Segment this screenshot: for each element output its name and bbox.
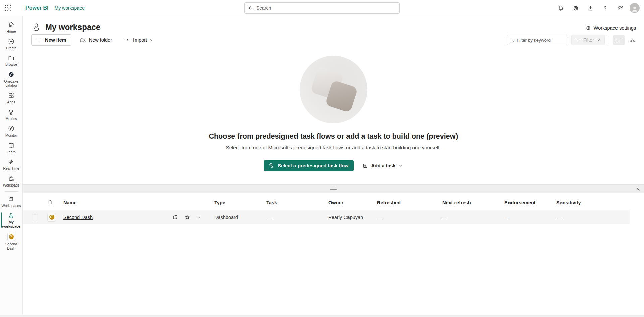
sidebar-item-apps[interactable]: Apps <box>0 90 22 106</box>
table-row[interactable]: Second Dash <box>23 210 630 224</box>
sidebar-item-label: Monitor <box>1 133 21 138</box>
row-hover-actions <box>171 214 203 221</box>
global-search-box[interactable] <box>244 2 400 14</box>
person-icon <box>8 212 15 219</box>
sidebar-item-workspaces[interactable]: Workspaces <box>0 193 22 210</box>
powerbi-logo[interactable]: Power BI <box>25 5 48 11</box>
cell-task: — <box>266 215 328 220</box>
workspace-toolbar: New item New folder Import <box>31 34 638 46</box>
help-icon[interactable] <box>598 0 612 16</box>
cell-owner: Pearly Capuyan <box>328 215 377 220</box>
share-icon[interactable] <box>171 214 179 221</box>
taskflow-icon <box>269 163 275 169</box>
column-header-name[interactable]: Name <box>63 200 214 205</box>
empty-state-actions: Select a predesigned task flow Add a tas… <box>23 160 644 171</box>
lineage-view-button[interactable] <box>627 35 638 45</box>
column-header-refreshed[interactable]: Refreshed <box>377 200 442 205</box>
row-checkbox[interactable] <box>35 214 35 220</box>
sidebar-item-home[interactable]: Home <box>0 19 22 36</box>
download-icon[interactable] <box>583 0 598 16</box>
workspace-header: My workspace <box>31 22 100 32</box>
column-header-endorsement[interactable]: Endorsement <box>504 200 556 205</box>
sidebar-item-label: Workspaces <box>1 204 21 208</box>
plus-square-icon <box>362 163 368 169</box>
new-folder-label: New folder <box>89 37 112 43</box>
breadcrumb[interactable]: My workspace <box>54 5 84 11</box>
new-item-button[interactable]: New item <box>31 34 71 46</box>
sidebar-item-real-time[interactable]: Real-Time <box>0 156 22 173</box>
column-header-task[interactable]: Task <box>266 200 328 205</box>
topbar-actions <box>553 0 642 16</box>
lineage-view-icon <box>629 37 635 43</box>
toolbar-right-group: Filter <box>507 35 638 45</box>
column-header-next-refresh[interactable]: Next refresh <box>442 200 504 205</box>
sidebar-item-label: Create <box>1 46 21 50</box>
sidebar-item-learn[interactable]: Learn <box>0 140 22 156</box>
sidebar-item-my-workspace[interactable]: My workspace <box>0 210 22 230</box>
toolbar-divider <box>609 36 609 44</box>
column-header-sensitivity[interactable]: Sensitivity <box>556 200 644 205</box>
sidebar-item-metrics[interactable]: Metrics <box>0 106 22 123</box>
search-input[interactable] <box>256 5 396 11</box>
dashboard-item-icon <box>47 213 56 222</box>
filter-label: Filter <box>583 37 594 43</box>
cell-sensitivity: — <box>556 215 630 220</box>
list-view-icon <box>616 37 622 43</box>
chevron-down-icon <box>596 38 600 42</box>
collapse-panel-button[interactable] <box>636 186 641 193</box>
plus-circle-icon <box>8 38 15 45</box>
new-folder-button[interactable]: New folder <box>76 34 116 46</box>
notifications-bell-icon[interactable] <box>553 0 568 16</box>
app-launcher-waffle-icon[interactable] <box>0 0 15 16</box>
primary-button-label: Select a predesigned task flow <box>278 163 348 168</box>
sidebar-item-label: Home <box>1 29 21 34</box>
workspaces-stack-icon <box>8 196 15 203</box>
apps-icon <box>8 92 15 99</box>
sidebar-item-workloads[interactable]: Workloads <box>0 173 22 190</box>
splitter-band <box>23 184 644 193</box>
list-view-button[interactable] <box>613 35 625 45</box>
more-options-icon[interactable] <box>196 214 203 221</box>
sidebar-item-browse[interactable]: Browse <box>0 52 22 69</box>
favorite-star-icon[interactable] <box>183 214 191 221</box>
folder-plus-icon <box>80 37 86 43</box>
add-task-label: Add a task <box>371 163 395 168</box>
bag-plus-icon <box>8 175 15 182</box>
account-avatar[interactable] <box>627 0 642 16</box>
home-icon <box>8 21 15 28</box>
sidebar-item-label: My workspace <box>1 220 21 228</box>
compass-icon <box>8 125 15 132</box>
filter-keyword-box[interactable] <box>507 35 567 45</box>
document-type-column-icon <box>47 199 63 206</box>
search-icon <box>248 5 254 11</box>
add-a-task-button[interactable]: Add a task <box>362 160 403 171</box>
workspace-settings-button[interactable]: Workspace settings <box>585 25 636 31</box>
settings-gear-icon[interactable] <box>568 0 583 16</box>
empty-state-heading: Choose from predesigned task flows or ad… <box>23 132 644 141</box>
sidebar-item-onelake-catalog[interactable]: OneLake catalog <box>0 69 22 90</box>
sidebar-divider <box>5 191 18 192</box>
chevron-down-icon <box>398 163 403 168</box>
filter-keyword-input[interactable] <box>517 38 564 43</box>
workspace-person-icon <box>31 22 41 32</box>
sidebar-item-monitor[interactable]: Monitor <box>0 123 22 140</box>
sidebar-item-label: Second Dash <box>1 242 21 250</box>
lightning-icon <box>8 158 15 165</box>
feedback-icon[interactable] <box>612 0 627 16</box>
import-button[interactable]: Import <box>120 34 157 46</box>
column-header-type[interactable]: Type <box>214 200 266 205</box>
cell-type: Dashboard <box>214 215 266 220</box>
item-name-link[interactable]: Second Dash <box>63 215 93 220</box>
bottom-scrollbar-track[interactable] <box>0 315 644 317</box>
filter-icon <box>576 37 581 43</box>
top-app-bar: Power BI My workspace <box>0 0 644 16</box>
filter-button-disabled[interactable]: Filter <box>571 35 605 45</box>
column-header-owner[interactable]: Owner <box>328 200 377 205</box>
sidebar-item-create[interactable]: Create <box>0 36 22 52</box>
import-icon <box>124 37 130 43</box>
select-predesigned-taskflow-button[interactable]: Select a predesigned task flow <box>264 160 354 171</box>
splitter-drag-handle[interactable] <box>330 188 337 190</box>
waffle-grid <box>5 5 11 11</box>
sidebar-item-second-dash[interactable]: Second Dash <box>0 230 22 252</box>
page-title: My workspace <box>45 22 100 32</box>
